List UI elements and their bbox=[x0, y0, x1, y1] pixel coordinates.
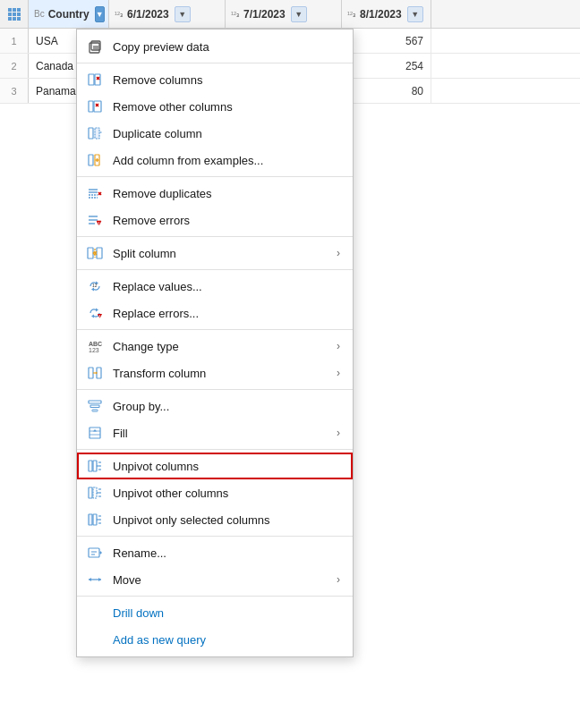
transform-column-label: Transform column bbox=[113, 367, 328, 380]
menu-item-group-by[interactable]: Group by... bbox=[77, 393, 353, 419]
remove-errors-icon: ! bbox=[86, 211, 104, 229]
menu-item-remove-duplicates[interactable]: Remove duplicates bbox=[77, 180, 353, 207]
remove-columns-label: Remove columns bbox=[113, 73, 340, 87]
svg-marker-63 bbox=[97, 465, 99, 467]
svg-marker-41 bbox=[96, 309, 98, 312]
transform-column-arrow: › bbox=[337, 367, 340, 379]
replace-errors-icon: ! bbox=[86, 304, 104, 322]
menu-item-remove-columns[interactable]: Remove columns bbox=[77, 66, 353, 93]
cell-date3-2: 254 bbox=[342, 54, 431, 78]
remove-duplicates-icon bbox=[86, 184, 104, 202]
move-label: Move bbox=[113, 573, 328, 587]
copy-preview-icon bbox=[86, 38, 104, 55]
unpivot-columns-icon bbox=[86, 457, 104, 475]
fill-label: Fill bbox=[113, 427, 328, 440]
country-dropdown-btn[interactable]: ▼ bbox=[95, 6, 105, 22]
transform-column-icon bbox=[86, 364, 104, 382]
svg-rect-31 bbox=[97, 248, 102, 258]
cell-date3-3: 80 bbox=[342, 79, 431, 103]
date1-type-icon: ¹²₃ bbox=[115, 10, 124, 19]
row-num-header bbox=[0, 0, 29, 28]
split-column-arrow: › bbox=[337, 247, 340, 259]
context-menu: Copy preview data Remove columns Remove … bbox=[76, 29, 354, 657]
menu-item-replace-errors[interactable]: ! Replace errors... bbox=[77, 300, 353, 326]
menu-item-fill[interactable]: Fill › bbox=[77, 419, 353, 446]
menu-item-remove-other-columns[interactable]: Remove other columns bbox=[77, 93, 353, 120]
separator-6 bbox=[77, 389, 353, 390]
date1-dropdown-btn[interactable]: ▼ bbox=[175, 6, 191, 22]
svg-marker-42 bbox=[91, 315, 94, 318]
date1-col-label: 6/1/2023 bbox=[127, 8, 169, 21]
menu-item-rename[interactable]: Rename... bbox=[77, 539, 353, 566]
menu-item-transform-column[interactable]: Transform column › bbox=[77, 360, 353, 386]
date3-col-header[interactable]: ¹²₃ 8/1/2023 ▼ bbox=[342, 0, 431, 28]
separator-3 bbox=[77, 236, 353, 237]
svg-rect-70 bbox=[89, 514, 92, 525]
remove-errors-label: Remove errors bbox=[113, 214, 340, 227]
svg-rect-53 bbox=[92, 410, 98, 411]
remove-other-columns-label: Remove other columns bbox=[113, 100, 340, 114]
menu-item-duplicate-column[interactable]: Duplicate column bbox=[77, 120, 353, 147]
separator-8 bbox=[77, 536, 353, 537]
menu-item-change-type[interactable]: ABC 123 Change type › bbox=[77, 333, 353, 360]
copy-preview-label: Copy preview data bbox=[113, 40, 340, 54]
svg-rect-8 bbox=[89, 101, 93, 112]
svg-marker-39 bbox=[91, 288, 94, 292]
menu-item-unpivot-other-columns[interactable]: Unpivot other columns bbox=[77, 479, 353, 506]
svg-marker-83 bbox=[98, 578, 101, 581]
menu-item-unpivot-selected-columns[interactable]: Unpivot only selected columns bbox=[77, 506, 353, 533]
svg-rect-52 bbox=[90, 405, 99, 408]
svg-rect-65 bbox=[93, 487, 97, 498]
group-by-icon bbox=[86, 397, 104, 415]
svg-rect-76 bbox=[89, 548, 99, 557]
row-num-2: 2 bbox=[0, 54, 29, 78]
country-col-label: Country bbox=[48, 8, 90, 21]
unpivot-columns-label: Unpivot columns bbox=[113, 460, 340, 473]
remove-columns-icon bbox=[86, 71, 104, 89]
svg-rect-12 bbox=[89, 128, 93, 139]
date2-type-icon: ¹²₃ bbox=[231, 10, 240, 19]
cell-date3-1: 567 bbox=[342, 29, 431, 53]
date1-col-header[interactable]: ¹²₃ 6/1/2023 ▼ bbox=[109, 0, 226, 28]
separator-1 bbox=[77, 63, 353, 63]
svg-rect-47 bbox=[89, 368, 93, 378]
menu-item-add-column-examples[interactable]: Add column from examples... bbox=[77, 147, 353, 174]
replace-values-icon: 12 bbox=[86, 277, 104, 295]
split-column-label: Split column bbox=[113, 247, 328, 260]
duplicate-column-icon bbox=[86, 124, 104, 142]
separator-9 bbox=[77, 596, 353, 597]
country-col-header[interactable]: Bc Country ▼ bbox=[29, 0, 109, 28]
menu-item-copy-preview[interactable]: Copy preview data bbox=[77, 33, 353, 60]
move-icon bbox=[86, 571, 104, 588]
svg-rect-30 bbox=[88, 248, 93, 258]
menu-item-drill-down[interactable]: Drill down bbox=[77, 599, 353, 626]
replace-values-label: Replace values... bbox=[113, 280, 340, 293]
change-type-label: Change type bbox=[113, 340, 328, 353]
menu-item-split-column[interactable]: Split column › bbox=[77, 240, 353, 267]
menu-item-unpivot-columns[interactable]: Unpivot columns bbox=[77, 453, 353, 479]
date3-dropdown-btn[interactable]: ▼ bbox=[407, 6, 423, 22]
svg-marker-82 bbox=[89, 578, 91, 581]
fill-icon bbox=[86, 424, 104, 442]
drill-down-label: Drill down bbox=[113, 606, 340, 620]
menu-item-replace-values[interactable]: 12 Replace values... bbox=[77, 273, 353, 300]
country-type-icon: Bc bbox=[34, 9, 45, 19]
separator-4 bbox=[77, 269, 353, 270]
date2-dropdown-btn[interactable]: ▼ bbox=[291, 6, 307, 22]
menu-item-remove-errors[interactable]: ! Remove errors bbox=[77, 207, 353, 233]
unpivot-selected-columns-label: Unpivot only selected columns bbox=[113, 513, 340, 527]
grid-icon bbox=[8, 8, 21, 21]
rename-label: Rename... bbox=[113, 546, 340, 560]
date2-col-header[interactable]: ¹²₃ 7/1/2023 ▼ bbox=[226, 0, 342, 28]
date2-col-label: 7/1/2023 bbox=[243, 8, 286, 21]
svg-rect-4 bbox=[89, 74, 94, 85]
unpivot-selected-columns-icon bbox=[86, 511, 104, 529]
replace-errors-label: Replace errors... bbox=[113, 307, 340, 320]
change-type-icon: ABC 123 bbox=[86, 337, 104, 355]
svg-text:ABC: ABC bbox=[89, 341, 102, 347]
svg-marker-80 bbox=[100, 551, 102, 554]
drill-down-icon bbox=[86, 604, 104, 622]
row-num-1: 1 bbox=[0, 29, 29, 53]
menu-item-add-new-query[interactable]: Add as new query bbox=[77, 626, 353, 653]
menu-item-move[interactable]: Move › bbox=[77, 566, 353, 593]
